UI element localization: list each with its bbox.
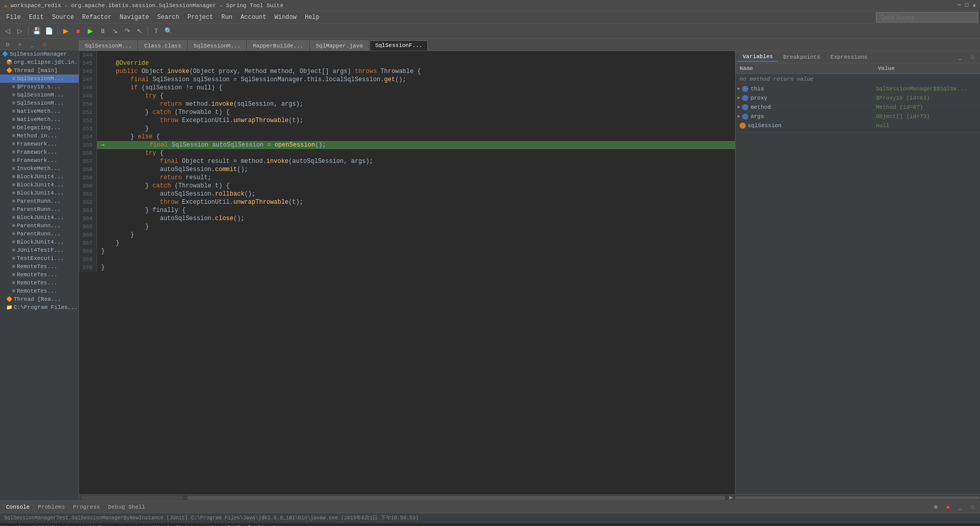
variable-row[interactable]: ▶ args Object[] (id=73) xyxy=(736,112,980,121)
tab-expressions[interactable]: Expressions xyxy=(825,53,873,61)
variable-row[interactable]: sqlSession null xyxy=(736,121,980,130)
debug-tree-item[interactable]: 📦org.eclipse.jdt.in... xyxy=(0,58,79,66)
quick-access-input[interactable] xyxy=(876,12,978,22)
expand-arrow[interactable]: ▶ xyxy=(738,104,740,110)
debug-tree-item[interactable]: ≡RemoteTes... xyxy=(0,262,79,271)
menu-project[interactable]: Project xyxy=(183,13,217,22)
toolbar-new[interactable]: 📄 xyxy=(43,26,55,37)
line-content[interactable]: return result; xyxy=(97,174,735,182)
debug-tree-item[interactable]: ≡Delegating... xyxy=(0,124,79,132)
close-btn[interactable]: ✕ xyxy=(972,2,976,9)
debug-tree-item[interactable]: ≡TestExecuti... xyxy=(0,254,79,262)
console-maximize[interactable]: □ xyxy=(967,501,978,513)
debug-tree-item[interactable]: ≡Framework... xyxy=(0,156,79,164)
toolbar-back[interactable]: ◁ xyxy=(2,26,13,37)
toolbar-step-return[interactable]: ↖ xyxy=(134,26,145,37)
editor-tab-0[interactable]: SqlSessionM... xyxy=(79,40,137,51)
toolbar-debug[interactable]: ▶ xyxy=(60,26,71,37)
line-content[interactable]: } xyxy=(97,231,735,239)
debug-tree-item[interactable]: ≡BlockJUnit4... xyxy=(0,238,79,246)
debug-tree-item[interactable]: ≡ParentRunn... xyxy=(0,197,79,205)
menu-account[interactable]: Account xyxy=(236,13,270,22)
toolbar-save[interactable]: 💾 xyxy=(31,26,42,37)
vars-maximize[interactable]: □ xyxy=(967,52,978,63)
tab-progress[interactable]: Progress xyxy=(69,503,104,511)
toolbar-step-into[interactable]: ↘ xyxy=(109,26,120,37)
line-content[interactable]: autoSqlSession.commit(); xyxy=(97,165,735,174)
line-content[interactable] xyxy=(97,51,735,59)
line-content[interactable]: } catch (Throwable t) { xyxy=(97,182,735,190)
menu-search[interactable]: Search xyxy=(153,13,183,22)
debug-tree-item[interactable]: ≡BlockJUnit4... xyxy=(0,213,79,222)
line-content[interactable]: throw ExceptionUtil.unwrapThrowable(t); xyxy=(97,116,735,125)
line-content[interactable]: } xyxy=(97,247,735,255)
menu-edit[interactable]: Edit xyxy=(25,13,48,22)
debug-tree-item[interactable]: ≡ParentRunn... xyxy=(0,230,79,238)
menu-help[interactable]: Help xyxy=(301,13,324,22)
toolbar-search[interactable]: 🔍 xyxy=(163,26,174,37)
debug-tree-item[interactable]: ≡RemoteTes... xyxy=(0,287,79,295)
editor-tab-3[interactable]: MapperBuilde... xyxy=(247,40,309,51)
editor-tab-2[interactable]: SqlSessionM... xyxy=(188,40,246,51)
menu-navigate[interactable]: Navigate xyxy=(115,13,153,22)
code-editor[interactable]: 344345 @Override346 public Object invoke… xyxy=(79,51,735,494)
right-horizontal-scrollbar[interactable] xyxy=(736,494,980,500)
line-content[interactable]: autoSqlSession.close(); xyxy=(97,214,735,223)
line-content[interactable]: ⇒ final SqlSession autoSqlSession = open… xyxy=(97,141,735,149)
line-content[interactable]: throw ExceptionUtil.unwrapThrowable(t); xyxy=(97,198,735,206)
console-clear[interactable]: ⊗ xyxy=(930,501,941,513)
line-content[interactable]: } xyxy=(97,223,735,231)
debug-tree-item[interactable]: ≡SqlSessionM... xyxy=(0,75,79,83)
expand-arrow[interactable]: ▶ xyxy=(738,113,740,119)
maximize-btn[interactable]: □ xyxy=(965,2,969,9)
line-content[interactable]: } finally { xyxy=(97,206,735,214)
vars-minimize[interactable]: _ xyxy=(954,52,966,63)
debug-tree-item[interactable]: ≡NativeMeth... xyxy=(0,107,79,115)
toolbar-step-over[interactable]: ↷ xyxy=(121,26,133,37)
line-content[interactable] xyxy=(97,255,735,264)
expand-arrow[interactable]: ▶ xyxy=(738,86,740,91)
debug-tree-item[interactable]: ≡Framework... xyxy=(0,148,79,156)
line-content[interactable]: try { xyxy=(97,149,735,157)
editor-tab-4[interactable]: SqlMapper.java xyxy=(310,40,369,51)
debug-tree-item[interactable]: ≡ParentRunn... xyxy=(0,205,79,213)
debug-tree-item[interactable]: ≡BlockJUnit4... xyxy=(0,189,79,197)
menu-source[interactable]: Source xyxy=(48,13,78,22)
line-content[interactable]: } else { xyxy=(97,133,735,141)
toolbar-stop[interactable]: ■ xyxy=(72,26,84,37)
toolbar-suspend[interactable]: ⏸ xyxy=(97,26,108,37)
debug-tree-item[interactable]: ≡$Proxy19.s... xyxy=(0,83,79,91)
minimize-btn[interactable]: ─ xyxy=(958,2,961,9)
debug-tree-item[interactable]: ≡JUnit4TestF... xyxy=(0,246,79,254)
menu-window[interactable]: Window xyxy=(271,13,301,22)
toolbar-open-type[interactable]: T xyxy=(151,26,162,37)
variable-row[interactable]: ▶ this SqlSessionManager$$SqlSe... xyxy=(736,84,980,93)
editor-tab-5[interactable]: SqlSessionF... xyxy=(370,40,428,51)
line-content[interactable]: if (sqlSession != null) { xyxy=(97,84,735,92)
line-content[interactable]: } catch (Throwable t) { xyxy=(97,108,735,116)
editor-tab-1[interactable]: Class.class xyxy=(138,40,187,51)
debug-tree-item[interactable]: ≡RemoteTes... xyxy=(0,271,79,279)
menu-run[interactable]: Run xyxy=(217,13,237,22)
debug-tree-item[interactable]: ≡BlockJUnit4... xyxy=(0,173,79,181)
tab-console[interactable]: Console xyxy=(2,503,34,511)
console-stop[interactable]: ■ xyxy=(942,501,953,513)
line-content[interactable]: final SqlSession sqlSession = SqlSession… xyxy=(97,76,735,84)
debug-tree-item[interactable]: ≡RemoteTes... xyxy=(0,279,79,287)
line-content[interactable]: @Override xyxy=(97,59,735,67)
toolbar-forward[interactable]: ▷ xyxy=(14,26,26,37)
tab-variables[interactable]: Variables xyxy=(738,53,778,62)
debug-toolbar-maximize[interactable]: □ xyxy=(39,39,50,50)
line-content[interactable]: autoSqlSession.rollback(); xyxy=(97,190,735,198)
debug-tree-item[interactable]: ≡InvokeMeth... xyxy=(0,164,79,173)
debug-tree-item[interactable]: 🔶Thread [main] xyxy=(0,66,79,75)
debug-tree-item[interactable]: ≡SqlSessionM... xyxy=(0,99,79,107)
line-content[interactable]: } xyxy=(97,125,735,133)
line-content[interactable]: return method.invoke(sqlSession, args); xyxy=(97,100,735,108)
line-content[interactable]: try { xyxy=(97,92,735,100)
debug-tree-item[interactable]: ≡SqlSessionM... xyxy=(0,91,79,99)
debug-tree-item[interactable]: 🔶Thread [Rea... xyxy=(0,295,79,303)
variable-row[interactable]: ▶ method Method (id=67) xyxy=(736,103,980,112)
toolbar-resume[interactable]: ▶ xyxy=(85,26,96,37)
line-content[interactable]: } xyxy=(97,239,735,247)
